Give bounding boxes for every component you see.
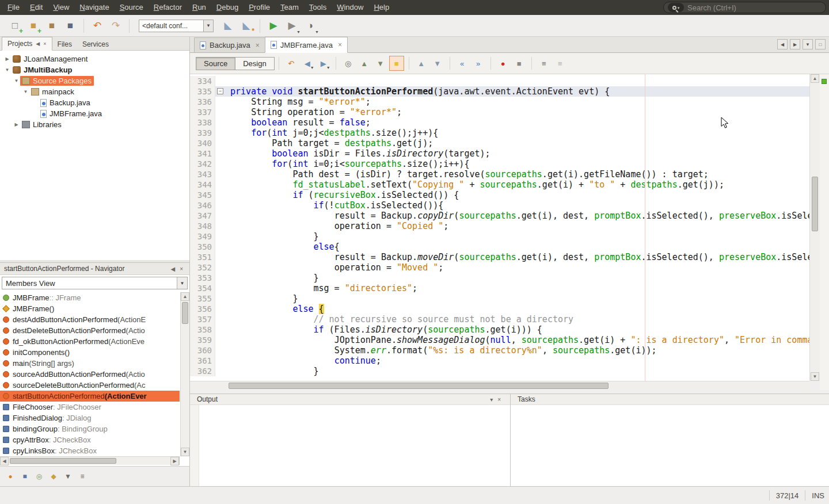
code-line-351[interactable]: 351 result = Backup.moveDir(sourcepaths.… [190, 252, 809, 262]
menu-edit[interactable]: Edit [25, 0, 48, 15]
close-projects-icon[interactable]: × [43, 41, 46, 47]
line-number[interactable]: 334 [190, 76, 215, 86]
member-item-sourceaddbuttonactionperformed[interactable]: sourceAddButtonActionPerformed(Actio [0, 369, 180, 380]
code-text[interactable]: } [226, 293, 809, 304]
menu-help[interactable]: Help [368, 0, 394, 15]
code-text[interactable]: for(int j=0;j<destpaths.size();j++){ [226, 128, 809, 138]
tab-close-icon[interactable]: × [256, 41, 260, 49]
menu-run[interactable]: Run [187, 0, 211, 15]
code-line-349[interactable]: 349 } [190, 231, 809, 242]
code-line-358[interactable]: 358 if (Files.isDirectory(sourcepaths.ge… [190, 324, 809, 335]
menu-tools[interactable]: Tools [304, 0, 332, 15]
close-output-icon[interactable]: × [495, 396, 503, 403]
last-edit-position-icon[interactable]: ↶ [284, 56, 299, 71]
code-line-348[interactable]: 348 operation = "Copied "; [190, 221, 809, 231]
line-number[interactable]: 357 [190, 314, 215, 324]
line-number[interactable]: 342 [190, 159, 215, 169]
code-text[interactable]: if(!cutBox.isSelected()){ [226, 200, 809, 211]
member-item-fd-okbuttonactionperformed[interactable]: fd_okButtonActionPerformed(ActionEve [0, 336, 180, 347]
code-line-347[interactable]: 347 result = Backup.copyDir(sourcepaths.… [190, 211, 809, 221]
show-inherited-members-icon[interactable]: ● [5, 471, 16, 482]
editor-tab-backup-java[interactable]: Backup.java× [194, 37, 265, 52]
show-non-public-members-icon[interactable]: ◆ [48, 471, 59, 482]
tab-list-icon[interactable]: ▼ [803, 39, 813, 49]
find-previous-occurrence-icon[interactable]: ▲ [357, 56, 372, 71]
code-text[interactable]: String msg = "*error*"; [226, 97, 809, 107]
scroll-tabs-right-icon[interactable]: ▶ [790, 39, 800, 49]
navigator-view-select[interactable]: Members View ▼ [2, 277, 188, 289]
tree-toggle-icon[interactable]: ▶ [3, 56, 11, 62]
editor-vertical-scrollbar[interactable]: ▲ ▼ [809, 74, 819, 381]
new-project-icon[interactable]: ■+ [25, 17, 42, 35]
menu-file[interactable]: File [2, 0, 25, 15]
tree-item-libraries[interactable]: ▶Libraries [0, 119, 189, 130]
scroll-tabs-left-icon[interactable]: ◀ [777, 39, 788, 49]
code-line-352[interactable]: 352 operation = "Moved "; [190, 262, 809, 273]
clean-build-project-icon[interactable]: ◣* [238, 17, 255, 35]
show-fields-icon[interactable]: ■ [20, 471, 30, 482]
code-text[interactable]: JOptionPane.showMessageDialog(null, sour… [226, 335, 809, 345]
next-bookmark-icon[interactable]: ▼ [430, 56, 445, 71]
shift-line-left-icon[interactable]: « [455, 56, 470, 71]
code-text[interactable]: for(int i=0;i<sourcepaths.size();i++){ [226, 159, 809, 169]
code-text[interactable] [226, 76, 809, 86]
tree-toggle-icon[interactable]: ▼ [22, 89, 29, 94]
code-line-359[interactable]: 359 JOptionPane.showMessageDialog(null, … [190, 335, 809, 345]
panel-tab-projects[interactable]: Projects◀× [2, 37, 52, 51]
line-number[interactable]: 347 [190, 211, 215, 221]
tree-toggle-icon[interactable]: ▼ [3, 67, 11, 72]
line-number[interactable]: 341 [190, 148, 215, 159]
line-number[interactable]: 335 [190, 86, 215, 97]
member-item-jmbframe[interactable]: JMBFrame() [0, 303, 180, 314]
design-view-button[interactable]: Design [235, 57, 274, 70]
tree-item-jmultibackup[interactable]: ▼JMultiBackup [0, 64, 189, 75]
code-text[interactable]: Path dest = (isDir) ? target.resolve(sou… [226, 169, 809, 180]
line-number[interactable]: 361 [190, 356, 215, 366]
member-item-sourcedeletebuttonactionperformed[interactable]: sourceDeleteButtonActionPerformed(Ac [0, 380, 180, 391]
code-text[interactable]: else{ [226, 242, 809, 252]
code-text[interactable]: private void startButtonActionPerformed(… [226, 86, 809, 97]
code-line-354[interactable]: 354 msg = "directories"; [190, 283, 809, 293]
line-number[interactable]: 344 [190, 180, 215, 190]
scrollbar-thumb[interactable] [229, 383, 609, 389]
open-project-icon[interactable]: ■ [43, 17, 60, 35]
line-number[interactable]: 356 [190, 304, 215, 314]
profile-project-icon[interactable]: ◑▼ [302, 17, 319, 35]
code-text[interactable]: if (Files.isDirectory(sourcepaths.get(i)… [226, 324, 809, 335]
scrollbar-thumb[interactable] [10, 458, 116, 464]
code-line-345[interactable]: 345 if (recursiveBox.isSelected()) { [190, 190, 809, 200]
sort-by-source-icon[interactable]: ≡ [77, 471, 88, 482]
chevron-down-icon[interactable]: ▼ [177, 277, 187, 289]
menu-debug[interactable]: Debug [211, 0, 244, 15]
menu-window[interactable]: Window [332, 0, 368, 15]
build-project-icon[interactable]: ◣ [219, 17, 237, 35]
projects-tree[interactable]: ▶JLoanManagement▼JMultiBackup▼Source Pac… [0, 51, 190, 260]
scroll-down-icon[interactable]: ▼ [811, 372, 819, 381]
search-icon[interactable]: ▾ [668, 3, 684, 12]
member-item-bindinggroup[interactable]: bindingGroup : BindingGroup [0, 423, 180, 434]
code-text[interactable]: continue; [226, 356, 809, 366]
menu-navigate[interactable]: Navigate [74, 0, 114, 15]
code-line-337[interactable]: 337 String operation = "*error*"; [190, 107, 809, 117]
line-number[interactable]: 350 [190, 242, 215, 252]
line-number[interactable]: 355 [190, 293, 215, 304]
member-item-finisheddialog[interactable]: FinishedDialog : JDialog [0, 413, 180, 423]
line-number[interactable]: 362 [190, 366, 215, 376]
line-number[interactable]: 345 [190, 190, 215, 200]
previous-bookmark-icon[interactable]: ▲ [414, 56, 429, 71]
minimize-navigator-icon[interactable]: ◀ [168, 266, 177, 272]
code-text[interactable]: result = Backup.moveDir(sourcepaths.get(… [226, 252, 809, 262]
scrollbar-thumb[interactable] [182, 302, 188, 324]
forward-icon[interactable]: ▶▼ [316, 56, 331, 71]
code-line-343[interactable]: 343 Path dest = (isDir) ? target.resolve… [190, 169, 809, 180]
line-number[interactable]: 354 [190, 283, 215, 293]
line-number[interactable]: 338 [190, 117, 215, 128]
code-line-335[interactable]: 335−private void startButtonActionPerfor… [190, 86, 809, 97]
fold-margin[interactable]: − [215, 86, 226, 97]
code-line-357[interactable]: 357 // not recursive so source must not … [190, 314, 809, 324]
code-line-353[interactable]: 353 } [190, 273, 809, 283]
line-number[interactable]: 352 [190, 262, 215, 273]
code-text[interactable]: System.err.format("%s: is a directory%n"… [226, 345, 809, 356]
code-text[interactable]: operation = "Copied "; [226, 221, 809, 231]
line-number[interactable]: 340 [190, 138, 215, 148]
